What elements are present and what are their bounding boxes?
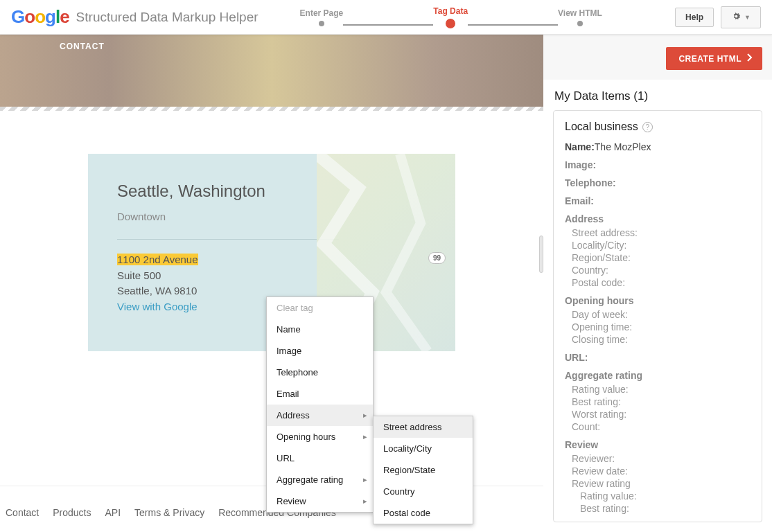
sub-best-rating: Best rating: xyxy=(572,396,751,407)
ctx-review[interactable]: Review xyxy=(267,490,373,512)
field-image: Image: xyxy=(565,159,751,170)
sub-close: Closing time: xyxy=(572,334,751,345)
create-html-label: CREATE HTML xyxy=(678,54,742,64)
progress-steps: Enter Page Tag Data View HTML xyxy=(300,6,602,28)
footer-contact[interactable]: Contact xyxy=(6,507,39,518)
app-title: Structured Data Markup Helper xyxy=(76,10,258,25)
sub-country: Country: xyxy=(572,265,751,276)
field-telephone: Telephone: xyxy=(565,177,751,188)
ctx-clear-tag: Clear tag xyxy=(267,297,373,319)
ctx-sub-postal[interactable]: Postal code xyxy=(374,502,473,524)
ctx-email[interactable]: Email xyxy=(267,383,373,405)
sub-count: Count: xyxy=(572,421,751,432)
field-review: Review xyxy=(565,439,751,450)
ctx-image[interactable]: Image xyxy=(267,340,373,362)
tag-submenu-address: Street address Locality/City Region/Stat… xyxy=(373,416,473,524)
ctx-telephone[interactable]: Telephone xyxy=(267,362,373,383)
top-header: Google Structured Data Markup Helper Ent… xyxy=(0,0,772,35)
sub-rr-best: Best rating: xyxy=(580,503,751,514)
step-view-html: View HTML xyxy=(558,8,602,18)
ctx-name[interactable]: Name xyxy=(267,319,373,340)
sub-rr-value: Rating value: xyxy=(580,490,751,502)
ctx-url[interactable]: URL xyxy=(267,447,373,469)
field-email: Email: xyxy=(565,195,751,206)
sub-region: Region/State: xyxy=(572,252,751,263)
field-address: Address xyxy=(565,213,751,224)
ctx-aggregate-rating[interactable]: Aggregate rating xyxy=(267,469,373,490)
footer-api[interactable]: API xyxy=(105,507,121,518)
ctx-sub-region[interactable]: Region/State xyxy=(374,459,473,481)
field-name-label: Name: xyxy=(565,141,595,152)
sub-rating-value: Rating value: xyxy=(572,384,751,395)
sub-dow: Day of week: xyxy=(572,309,751,320)
ctx-opening-hours[interactable]: Opening hours xyxy=(267,426,373,447)
settings-button[interactable]: ▼ xyxy=(721,6,761,28)
field-hours: Opening hours xyxy=(565,295,751,306)
sub-locality: Locality/City: xyxy=(572,240,751,251)
schema-type-title: Local business ? xyxy=(565,121,751,133)
pane-resize-handle[interactable] xyxy=(539,236,543,273)
field-agg: Aggregate rating xyxy=(565,370,751,381)
tag-context-menu: Clear tag Name Image Telephone Email Add… xyxy=(266,296,374,513)
sub-review-rating: Review rating xyxy=(572,478,751,489)
step-tag-data: Tag Data xyxy=(433,6,468,16)
create-html-button[interactable]: CREATE HTML xyxy=(666,47,762,70)
schema-type-label: Local business xyxy=(565,121,638,133)
hero-area: CONTACT xyxy=(0,35,543,111)
sub-street: Street address: xyxy=(572,227,751,238)
sub-postal: Postal code: xyxy=(572,277,751,288)
sub-reviewer: Reviewer: xyxy=(572,453,751,464)
google-logo: Google xyxy=(11,6,69,28)
sub-worst-rating: Worst rating: xyxy=(572,409,751,420)
ctx-address[interactable]: Address xyxy=(267,405,373,426)
hero-nav-contact[interactable]: CONTACT xyxy=(60,42,105,51)
preview-pane: CONTACT 99 Seattle, Washington Downtown … xyxy=(0,35,543,532)
sub-open: Opening time: xyxy=(572,321,751,332)
chevron-right-icon xyxy=(747,53,753,64)
sub-review-date: Review date: xyxy=(572,466,751,477)
ctx-sub-country[interactable]: Country xyxy=(374,481,473,502)
data-items-heading: My Data Items (1) xyxy=(543,80,772,110)
footer-terms[interactable]: Terms & Privacy xyxy=(134,507,204,518)
field-name-value: The MozPlex xyxy=(595,141,651,152)
gear-icon xyxy=(731,11,742,24)
field-url: URL: xyxy=(565,352,751,363)
ctx-sub-street[interactable]: Street address xyxy=(374,416,473,438)
ctx-sub-locality[interactable]: Locality/City xyxy=(374,438,473,459)
data-panel: CREATE HTML My Data Items (1) Local busi… xyxy=(543,35,772,532)
help-icon[interactable]: ? xyxy=(642,122,653,132)
highlighted-selection[interactable]: 1100 2nd Avenue xyxy=(117,254,198,265)
step-enter-page: Enter Page xyxy=(300,8,344,18)
chevron-down-icon: ▼ xyxy=(744,14,751,21)
help-button[interactable]: Help xyxy=(675,8,714,27)
footer-products[interactable]: Products xyxy=(53,507,91,518)
route-badge: 99 xyxy=(428,252,446,264)
